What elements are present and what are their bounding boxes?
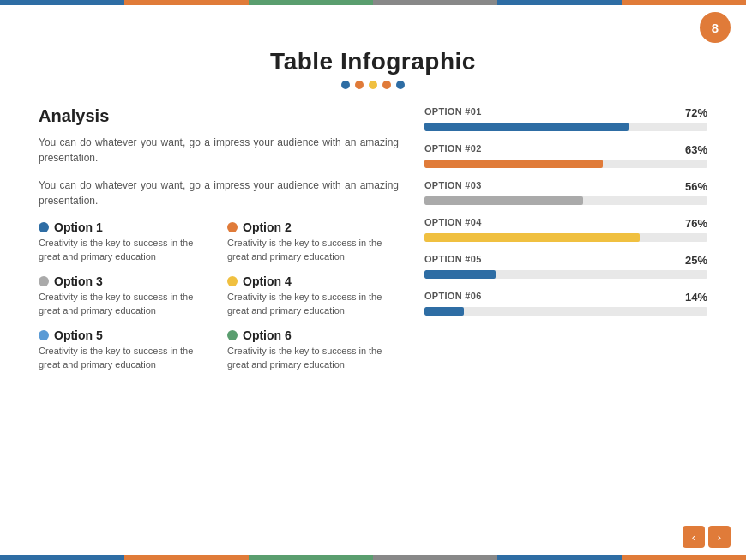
bar-label-3: OPTION #03 <box>424 180 482 193</box>
title-dot <box>355 81 364 89</box>
title-dot <box>396 81 405 89</box>
bar-track-1 <box>424 123 707 131</box>
option-title-5: Option 5 <box>54 328 103 342</box>
option-header-1: Option 1 <box>39 220 210 234</box>
option-header-5: Option 5 <box>39 328 210 342</box>
title-dot <box>341 81 350 89</box>
bar-track-5 <box>424 270 707 279</box>
option-title-1: Option 1 <box>54 220 103 234</box>
bar-item-6: OPTION #0614% <box>424 291 707 316</box>
bar-percentage-2: 63% <box>685 143 707 156</box>
option-item-1: Option 1Creativity is the key to success… <box>39 220 210 264</box>
bar-track-4 <box>424 233 707 242</box>
bar-header-4: OPTION #0476% <box>424 217 707 230</box>
option-title-6: Option 6 <box>243 328 292 342</box>
option-dot-icon-6 <box>227 330 238 340</box>
title-dot <box>382 81 391 89</box>
bar-track-6 <box>424 307 707 316</box>
option-item-4: Option 4Creativity is the key to success… <box>227 274 399 318</box>
option-header-3: Option 3 <box>39 274 210 288</box>
option-item-2: Option 2Creativity is the key to success… <box>227 220 399 264</box>
bar-header-6: OPTION #0614% <box>424 291 707 304</box>
option-item-5: Option 5Creativity is the key to success… <box>39 328 210 372</box>
bar-label-4: OPTION #04 <box>424 217 482 230</box>
bar-fill-1 <box>424 123 629 131</box>
bar-label-2: OPTION #02 <box>424 143 482 156</box>
bar-header-2: OPTION #0263% <box>424 143 707 156</box>
option-desc-5: Creativity is the key to success in the … <box>39 345 210 372</box>
bar-track-2 <box>424 160 707 168</box>
bar-fill-5 <box>424 270 496 279</box>
bar-fill-4 <box>424 233 640 242</box>
bar-item-5: OPTION #0525% <box>424 254 707 279</box>
bar-header-5: OPTION #0525% <box>424 254 707 267</box>
option-desc-6: Creativity is the key to success in the … <box>227 345 399 372</box>
bottom-color-bar <box>0 555 746 560</box>
option-title-3: Option 3 <box>54 274 103 288</box>
analysis-paragraph-2: You can do whatever you want, go a impre… <box>39 178 399 208</box>
option-title-2: Option 2 <box>243 220 292 234</box>
option-header-6: Option 6 <box>227 328 399 342</box>
option-header-2: Option 2 <box>227 220 399 234</box>
right-column: OPTION #0172%OPTION #0263%OPTION #0356%O… <box>424 106 707 372</box>
bar-track-3 <box>424 196 707 205</box>
option-title-4: Option 4 <box>243 274 292 288</box>
option-dot-icon-5 <box>39 330 49 340</box>
bar-label-1: OPTION #01 <box>424 106 482 119</box>
option-desc-3: Creativity is the key to success in the … <box>39 291 210 318</box>
bar-item-1: OPTION #0172% <box>424 106 707 131</box>
option-dot-icon-1 <box>39 222 49 232</box>
options-grid: Option 1Creativity is the key to success… <box>39 220 399 372</box>
title-dots <box>39 81 707 89</box>
page-title: Table Infographic <box>39 48 707 75</box>
option-dot-icon-3 <box>39 276 49 286</box>
option-dot-icon-4 <box>227 276 238 286</box>
bar-fill-6 <box>424 307 464 316</box>
bar-label-5: OPTION #05 <box>424 254 482 267</box>
bar-fill-2 <box>424 160 603 168</box>
bar-item-3: OPTION #0356% <box>424 180 707 205</box>
option-dot-icon-2 <box>227 222 238 232</box>
title-dot <box>369 81 377 89</box>
title-section: Table Infographic <box>39 48 707 89</box>
bar-percentage-4: 76% <box>685 217 707 230</box>
left-column: Analysis You can do whatever you want, g… <box>39 106 399 372</box>
bar-item-2: OPTION #0263% <box>424 143 707 168</box>
option-desc-2: Creativity is the key to success in the … <box>227 237 399 264</box>
option-desc-4: Creativity is the key to success in the … <box>227 291 399 318</box>
option-desc-1: Creativity is the key to success in the … <box>39 237 210 264</box>
bar-item-4: OPTION #0476% <box>424 217 707 242</box>
main-layout: Analysis You can do whatever you want, g… <box>39 106 707 372</box>
bar-percentage-5: 25% <box>685 254 707 267</box>
bar-percentage-3: 56% <box>685 180 707 193</box>
bar-header-3: OPTION #0356% <box>424 180 707 193</box>
bar-percentage-1: 72% <box>685 106 707 119</box>
option-item-6: Option 6Creativity is the key to success… <box>227 328 399 372</box>
bar-header-1: OPTION #0172% <box>424 106 707 119</box>
option-header-4: Option 4 <box>227 274 399 288</box>
option-item-3: Option 3Creativity is the key to success… <box>39 274 210 318</box>
bar-fill-3 <box>424 196 583 205</box>
main-content: Table Infographic Analysis You can do wh… <box>0 5 746 555</box>
bar-percentage-6: 14% <box>685 291 707 304</box>
analysis-paragraph-1: You can do whatever you want, go a impre… <box>39 135 399 166</box>
bar-label-6: OPTION #06 <box>424 291 482 304</box>
analysis-heading: Analysis <box>39 106 399 126</box>
